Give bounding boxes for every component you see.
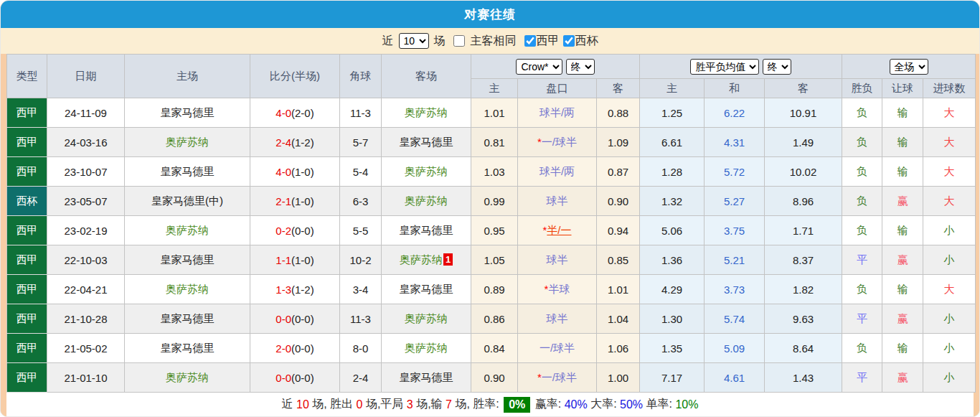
- summary-segment: 单率:: [643, 397, 675, 412]
- avg-away-cell: 10.91: [765, 98, 842, 128]
- scope-select[interactable]: 全场: [890, 59, 928, 75]
- home-team-name: 奥萨苏纳: [166, 136, 209, 148]
- bookmaker-select[interactable]: Crow*: [516, 59, 562, 75]
- avg-time-select[interactable]: 终: [763, 59, 791, 75]
- away-team-name: 奥萨苏纳: [405, 106, 448, 118]
- home-team-cell: 奥萨苏纳: [125, 363, 250, 393]
- recent-label: 近: [382, 34, 394, 49]
- handicap-cell: *一/球半: [518, 128, 597, 157]
- result-wdl-cell: 平: [842, 245, 882, 275]
- half-score: (0-0): [291, 342, 314, 355]
- matches-label: 场: [434, 34, 446, 49]
- handicap-value: 球半: [547, 195, 568, 207]
- h2h-table-body: 西甲24-11-09皇家马德里4-0(2-0)11-3奥萨苏纳1.01球半/两0…: [7, 98, 976, 393]
- result-goals: 大: [944, 165, 955, 177]
- type-cell: 西甲: [7, 275, 47, 304]
- avg-draw-cell: 5.09: [705, 334, 765, 363]
- cup-label: 西杯: [575, 34, 598, 49]
- result-goals: 小: [944, 342, 955, 354]
- home-team-name: 皇家马德里: [161, 312, 215, 324]
- result-handicap-cell: 赢: [882, 304, 923, 334]
- avg-draw-value: 4.31: [724, 136, 745, 149]
- league-filter-liga[interactable]: 西甲: [522, 34, 560, 49]
- sub-header-avg-draw: 和: [705, 79, 765, 98]
- result-wdl: 平: [857, 371, 867, 383]
- avg-home-cell: 1.25: [640, 98, 705, 128]
- type-cell: 西甲: [7, 304, 47, 334]
- result-goals: 小: [944, 312, 955, 324]
- col-header-date: 日期: [47, 55, 125, 98]
- col-header-score: 比分(半场): [250, 55, 340, 98]
- result-handicap: 输: [897, 224, 908, 236]
- result-goals: 小: [944, 224, 955, 236]
- col-header-home: 主场: [125, 55, 250, 98]
- sub-header-goals: 进球数: [923, 79, 976, 98]
- result-wdl: 负: [857, 106, 867, 118]
- avg-draw-value: 5.27: [724, 195, 745, 207]
- avg-away-cell: 8.96: [765, 187, 842, 216]
- same-venue-checkbox[interactable]: [453, 35, 465, 47]
- league-filter-cup[interactable]: 西杯: [560, 34, 598, 49]
- avg-home-cell: 1.30: [640, 304, 705, 334]
- score-cell: 4-0(2-0): [250, 98, 340, 128]
- corner-cell: 2-4: [340, 363, 382, 393]
- match-count-select[interactable]: 10: [399, 33, 429, 49]
- away-team-name: 奥萨苏纳: [400, 253, 443, 266]
- final-score: 0-0: [275, 372, 291, 384]
- result-goals-cell: 大: [923, 157, 976, 187]
- corner-cell: 11-3: [340, 304, 382, 334]
- handicap-value: 球半: [547, 312, 568, 324]
- avg-away-cell: 1.71: [765, 216, 842, 245]
- home-team-cell: 皇家马德里: [125, 304, 250, 334]
- result-wdl-cell: 负: [842, 275, 882, 304]
- avg-away-cell: 1.43: [765, 363, 842, 393]
- avg-select[interactable]: 胜平负均值: [690, 59, 759, 75]
- page: 对赛往绩 近 10 场 主客相同 西甲 西杯 类型: [0, 0, 980, 417]
- avg-home-cell: 7.17: [640, 363, 705, 393]
- summary-segment: 50%: [620, 398, 643, 411]
- summary-segment: 0: [357, 398, 363, 411]
- handicap-cell: *半/一: [518, 216, 597, 245]
- away-team-cell: 奥萨苏纳1: [382, 245, 471, 275]
- filter-bar: 近 10 场 主客相同 西甲 西杯: [1, 28, 979, 54]
- home-odds-cell: 1.01: [471, 98, 518, 128]
- away-team-name: 皇家马德里: [400, 224, 453, 236]
- away-odds-cell: 1.01: [597, 275, 640, 304]
- odds-time-select[interactable]: 终: [566, 59, 595, 75]
- table-zone: 类型 日期 主场 比分(半场) 角球 客场 Crow* 终 胜平负均值 终: [1, 54, 979, 416]
- half-score: (1-0): [291, 166, 314, 178]
- final-score: 4-0: [275, 107, 291, 119]
- avg-home-cell: 1.32: [640, 187, 705, 216]
- avg-away-cell: 1.49: [765, 128, 842, 157]
- date-cell: 21-10-28: [47, 304, 125, 334]
- away-team-cell: 奥萨苏纳: [382, 334, 471, 363]
- sub-header-handicap-result: 让球: [882, 79, 923, 98]
- away-team-cell: 皇家马德里: [382, 216, 471, 245]
- result-handicap-cell: 输: [882, 216, 923, 245]
- result-wdl: 负: [857, 283, 867, 295]
- liga-checkbox[interactable]: [524, 35, 536, 47]
- home-team-name: 奥萨苏纳: [166, 371, 209, 383]
- result-goals: 大: [944, 195, 955, 207]
- result-goals-cell: 大: [923, 128, 976, 157]
- score-cell: 2-0(0-0): [250, 334, 340, 363]
- half-score: (0-0): [291, 225, 314, 237]
- corner-cell: 5-4: [340, 157, 382, 187]
- date-cell: 22-10-03: [47, 245, 125, 275]
- avg-away-cell: 8.37: [765, 245, 842, 275]
- avg-draw-cell: 5.27: [705, 187, 765, 216]
- away-odds-cell: 0.85: [597, 245, 640, 275]
- home-team-cell: 皇家马德里: [125, 245, 250, 275]
- handicap-cell: *一/球半: [518, 363, 597, 393]
- type-cell: 西杯: [7, 187, 47, 216]
- cup-checkbox[interactable]: [563, 35, 575, 47]
- half-score: (2-0): [291, 107, 314, 119]
- away-team-name: 奥萨苏纳: [405, 195, 448, 207]
- avg-draw-cell: 4.31: [705, 128, 765, 157]
- avg-home-cell: 1.36: [640, 245, 705, 275]
- away-odds-cell: 0.94: [597, 216, 640, 245]
- handicap-cell: 球半/两: [518, 98, 597, 128]
- score-cell: 1-1(1-0): [250, 245, 340, 275]
- red-card-badge: 1: [443, 253, 453, 266]
- avg-draw-value: 5.74: [724, 313, 745, 325]
